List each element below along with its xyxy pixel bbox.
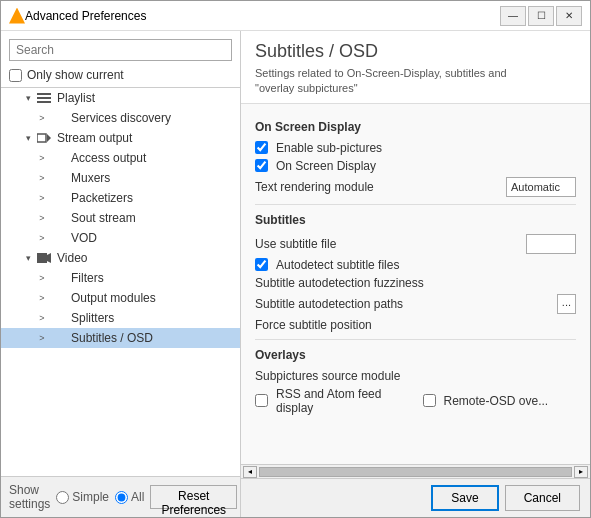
- window: Advanced Preferences — ☐ ✕ Only show cur…: [0, 0, 591, 518]
- tree-item-subtitles-osd-label: Subtitles / OSD: [71, 331, 234, 345]
- svg-rect-3: [37, 134, 46, 142]
- setting-use-subtitle-file: Use subtitle file: [255, 232, 576, 256]
- panel-title: Subtitles / OSD: [255, 41, 576, 62]
- tree-item-muxers[interactable]: > Muxers: [1, 168, 240, 188]
- stream-output-icon: [35, 131, 53, 145]
- remote-osd-label: Remote-OSD ove...: [444, 394, 577, 408]
- tree-item-sout-stream[interactable]: > Sout stream: [1, 208, 240, 228]
- services-discovery-icon: [49, 111, 67, 125]
- tree-item-packetizers[interactable]: > Packetizers: [1, 188, 240, 208]
- tree-item-stream-output[interactable]: ▾ Stream output: [1, 128, 240, 148]
- setting-on-screen-display: On Screen Display: [255, 157, 576, 175]
- only-show-current-row: Only show current: [1, 65, 240, 87]
- tree-item-subtitles-osd[interactable]: > Subtitles / OSD: [1, 328, 240, 348]
- on-screen-display-label: On Screen Display: [276, 159, 576, 173]
- tree-item-filters[interactable]: > Filters: [1, 268, 240, 288]
- subtitle-paths-label: Subtitle autodetection paths: [255, 297, 549, 311]
- chevron-splitters: >: [35, 313, 49, 323]
- minimize-button[interactable]: —: [500, 6, 526, 26]
- only-current-label: Only show current: [27, 68, 124, 82]
- tree-item-splitters-label: Splitters: [71, 311, 234, 325]
- filters-icon: [49, 271, 67, 285]
- tree-item-video[interactable]: ▾ Video: [1, 248, 240, 268]
- tree-item-stream-output-label: Stream output: [57, 131, 234, 145]
- setting-autodetect-subtitle: Autodetect subtitle files: [255, 256, 576, 274]
- subpictures-source-label: Subpictures source module: [255, 369, 576, 383]
- tree-item-output-modules[interactable]: > Output modules: [1, 288, 240, 308]
- on-screen-display-checkbox[interactable]: [255, 159, 268, 172]
- remote-osd-checkbox[interactable]: [423, 394, 436, 407]
- rss-atom-label: RSS and Atom feed display: [276, 387, 409, 415]
- chevron-playlist: ▾: [21, 93, 35, 103]
- chevron-stream-output: ▾: [21, 133, 35, 143]
- chevron-output-modules: >: [35, 293, 49, 303]
- autodetect-subtitle-label: Autodetect subtitle files: [276, 258, 576, 272]
- right-panel: Subtitles / OSD Settings related to On-S…: [241, 31, 590, 517]
- tree-item-packetizers-label: Packetizers: [71, 191, 234, 205]
- video-icon: [35, 251, 53, 265]
- use-subtitle-file-value[interactable]: [526, 234, 576, 254]
- tree-item-services-discovery[interactable]: > Services discovery: [1, 108, 240, 128]
- only-current-checkbox[interactable]: [9, 69, 22, 82]
- main-content: Only show current ▾ Playlist > Services …: [1, 31, 590, 517]
- subtitles-osd-icon: [49, 331, 67, 345]
- bottom-bar: Save Cancel: [241, 478, 590, 517]
- tree-item-filters-label: Filters: [71, 271, 234, 285]
- chevron-access-output: >: [35, 153, 49, 163]
- tree: ▾ Playlist > Services discovery ▾: [1, 87, 240, 476]
- chevron-sout-stream: >: [35, 213, 49, 223]
- simple-radio-label[interactable]: Simple: [56, 490, 109, 504]
- cancel-button[interactable]: Cancel: [505, 485, 580, 511]
- chevron-video: ▾: [21, 253, 35, 263]
- tree-item-output-modules-label: Output modules: [71, 291, 234, 305]
- h-scroll-track[interactable]: [259, 467, 572, 477]
- text-rendering-label: Text rendering module: [255, 180, 498, 194]
- simple-radio[interactable]: [56, 491, 69, 504]
- simple-label: Simple: [72, 490, 109, 504]
- show-settings-bar: Show settings Simple All Reset Preferenc…: [1, 476, 240, 517]
- divider-1: [255, 204, 576, 205]
- all-label: All: [131, 490, 144, 504]
- rss-atom-checkbox[interactable]: [255, 394, 268, 407]
- chevron-subtitles-osd: >: [35, 333, 49, 343]
- chevron-muxers: >: [35, 173, 49, 183]
- tree-item-splitters[interactable]: > Splitters: [1, 308, 240, 328]
- enable-subpictures-label: Enable sub-pictures: [276, 141, 576, 155]
- app-icon: [9, 8, 25, 24]
- chevron-services-discovery: >: [35, 113, 49, 123]
- panel-body: On Screen Display Enable sub-pictures On…: [241, 104, 590, 464]
- close-button[interactable]: ✕: [556, 6, 582, 26]
- tree-item-vod-label: VOD: [71, 231, 234, 245]
- use-subtitle-file-label: Use subtitle file: [255, 237, 518, 251]
- scroll-right-button[interactable]: ▸: [574, 466, 588, 478]
- output-modules-icon: [49, 291, 67, 305]
- maximize-button[interactable]: ☐: [528, 6, 554, 26]
- all-radio[interactable]: [115, 491, 128, 504]
- setting-rss-atom: RSS and Atom feed display Remote-OSD ove…: [255, 385, 576, 417]
- show-settings-label: Show settings: [9, 483, 50, 511]
- autodetect-subtitle-checkbox[interactable]: [255, 258, 268, 271]
- section-overlays-heading: Overlays: [255, 348, 576, 362]
- scroll-left-button[interactable]: ◂: [243, 466, 257, 478]
- tree-item-playlist[interactable]: ▾ Playlist: [1, 88, 240, 108]
- reset-preferences-button[interactable]: Reset Preferences: [150, 485, 237, 509]
- vod-icon: [49, 231, 67, 245]
- tree-item-access-output[interactable]: > Access output: [1, 148, 240, 168]
- setting-subpictures-source: Subpictures source module: [255, 367, 576, 385]
- text-rendering-value[interactable]: Automatic: [506, 177, 576, 197]
- subtitle-paths-value[interactable]: ...: [557, 294, 576, 314]
- horizontal-scrollbar[interactable]: ◂ ▸: [241, 464, 590, 478]
- chevron-packetizers: >: [35, 193, 49, 203]
- sidebar: Only show current ▾ Playlist > Services …: [1, 31, 241, 517]
- tree-item-sout-stream-label: Sout stream: [71, 211, 234, 225]
- setting-text-rendering: Text rendering module Automatic: [255, 175, 576, 199]
- tree-item-muxers-label: Muxers: [71, 171, 234, 185]
- tree-item-vod[interactable]: > VOD: [1, 228, 240, 248]
- playlist-icon: [35, 91, 53, 105]
- tree-item-playlist-label: Playlist: [57, 91, 234, 105]
- section-subtitles-heading: Subtitles: [255, 213, 576, 227]
- enable-subpictures-checkbox[interactable]: [255, 141, 268, 154]
- search-input[interactable]: [9, 39, 232, 61]
- all-radio-label[interactable]: All: [115, 490, 144, 504]
- save-button[interactable]: Save: [431, 485, 498, 511]
